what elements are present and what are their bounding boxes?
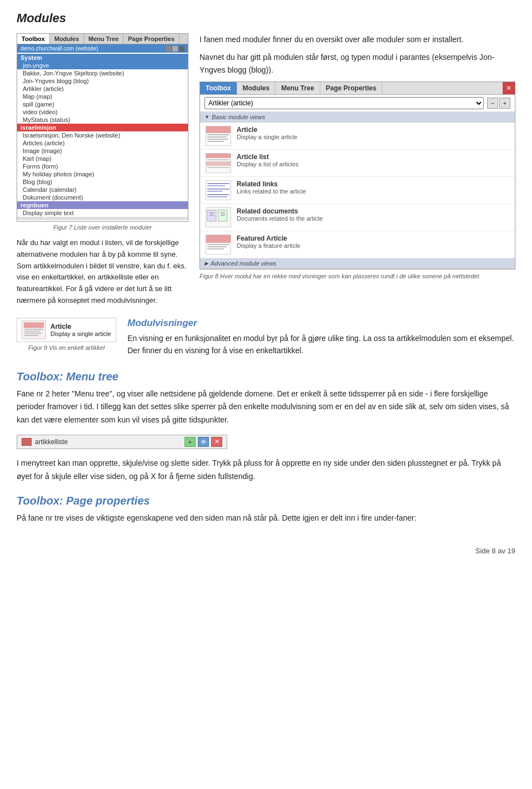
page-footer: Side 8 av 19 — [17, 547, 515, 555]
module-item-article-list[interactable]: Article list Display a list of articles — [200, 150, 515, 177]
article-list-icon — [206, 153, 231, 173]
tree-item-image[interactable]: Image (image) — [17, 147, 188, 155]
module-article-list-name: Article list — [237, 153, 509, 161]
page-properties-section: Toolbox: Page properties På fane nr tre … — [17, 495, 515, 525]
module-related-links-name: Related links — [237, 180, 509, 188]
related-docs-icon — [206, 207, 231, 227]
toolbox2-header: Artikler (article) − + — [200, 95, 515, 112]
svg-rect-27 — [24, 331, 40, 332]
svg-rect-7 — [206, 161, 231, 166]
module-related-docs-name: Related documents — [237, 207, 509, 215]
tree-item-blog2[interactable]: Blog (blog) — [17, 178, 188, 186]
svg-rect-4 — [207, 141, 224, 142]
demo-label: demo.churchwall.com (website) — [21, 45, 98, 52]
module-item-article[interactable]: Article Display a single article — [200, 123, 515, 150]
toolbox-tree: System jon-yngve Bakke, Jon-Yngve Skjelt… — [17, 53, 188, 221]
tree-item-articles[interactable]: Articles (article) — [17, 139, 188, 147]
fig7-caption: Figur 7 Liste over installerte moduler — [17, 224, 188, 231]
tree-item-dokument[interactable]: Dokument (document) — [17, 194, 188, 201]
tree-item-holiday[interactable]: My holiday photos (image) — [17, 170, 188, 178]
tree-item-jonyngve[interactable]: jon-yngve — [17, 62, 188, 69]
tree-item-mystatus[interactable]: MyStatus (status) — [17, 116, 188, 124]
artikler-select[interactable]: Artikler (article) — [204, 97, 484, 109]
tree-item-forms[interactable]: Forms (form) — [17, 162, 188, 170]
tab2-page-properties[interactable]: Page Properties — [320, 82, 382, 94]
tree-item-calendar[interactable]: Calendar (calendar) — [17, 186, 188, 194]
modulvisninger-title: Modulvisninger — [127, 318, 515, 329]
tree-item-video[interactable]: video (video) — [17, 108, 188, 116]
tree-item-blog[interactable]: Jon-Yngves blogg (blog) — [17, 77, 188, 85]
toolbox2-tabs: Toolbox Modules Menu Tree Page Propertie… — [200, 82, 515, 95]
svg-rect-8 — [207, 167, 229, 168]
svg-rect-26 — [24, 329, 43, 330]
basic-module-views-label: Basic module views — [200, 112, 515, 123]
article-figure-title: Article — [50, 323, 111, 330]
module-article-list-info: Article list Display a list of articles — [237, 153, 509, 167]
module-item-featured[interactable]: Featured Article Display a feature artic… — [200, 231, 515, 258]
tab2-modules[interactable]: Modules — [237, 82, 276, 94]
svg-rect-9 — [207, 183, 229, 184]
mid-section: Article Display a single article Figur 9… — [17, 318, 515, 357]
intro-para2: Navnet du har gitt på modulen står først… — [200, 51, 515, 76]
module-article-desc: Display a single article — [237, 134, 509, 140]
module-article-info: Article Display a single article — [237, 126, 509, 140]
tab2-menu-tree[interactable]: Menu Tree — [275, 82, 320, 94]
module-item-related-links[interactable]: Related links Links related to the artic… — [200, 177, 515, 204]
article-figure-info: Article Display a single article — [50, 323, 111, 337]
tree-item-map[interactable]: Map (map) — [17, 93, 188, 100]
toolbox2-widget: Toolbox Modules Menu Tree Page Propertie… — [200, 82, 515, 269]
tab2-toolbox[interactable]: Toolbox — [200, 82, 237, 94]
page-heading: Modules — [17, 11, 515, 26]
svg-rect-28 — [24, 333, 42, 334]
svg-rect-13 — [207, 194, 229, 195]
svg-rect-14 — [207, 196, 227, 197]
tree-item-display-simple[interactable]: Display simple text — [17, 209, 188, 217]
artikkelliste-btn-plus[interactable]: + — [185, 437, 196, 447]
module-item-related-docs[interactable]: Related documents Documents related to t… — [200, 204, 515, 231]
svg-rect-22 — [207, 244, 229, 245]
related-links-icon — [206, 180, 231, 200]
fig9-caption: Figur 9 Vis en enkelt artikkel — [17, 344, 116, 351]
artikkelliste-label: artikkelliste — [35, 438, 179, 446]
svg-rect-21 — [206, 235, 231, 243]
fig8-caption: Figur 8 Hver modul har en rekke med visn… — [200, 273, 515, 279]
tree-item-israelsmisjon[interactable]: Israelsmisjon, Den Norske (website) — [17, 131, 188, 139]
svg-rect-16 — [209, 212, 214, 213]
tab-modules-left[interactable]: Modules — [50, 34, 84, 44]
artikkelliste-bar: artikkelliste + 👁 ✕ — [17, 435, 227, 449]
tree-spacer — [17, 217, 188, 220]
tab-toolbox-left[interactable]: Toolbox — [17, 34, 50, 44]
btn-minus[interactable]: − — [487, 98, 498, 109]
menu-tree-para1: Fane nr 2 heter "Menu tree", og viser al… — [17, 388, 515, 427]
artikkelliste-btn-eye[interactable]: 👁 — [198, 437, 209, 447]
israelmisjon-section: israelmisjon — [17, 124, 188, 131]
article-icon — [206, 126, 231, 146]
tab-menu-tree-left[interactable]: Menu Tree — [84, 34, 124, 44]
module-related-docs-info: Related documents Documents related to t… — [237, 207, 509, 222]
svg-rect-0 — [206, 126, 231, 133]
toolbox2-close-btn[interactable]: ✕ — [503, 82, 515, 94]
tree-item-artikler[interactable]: Artikler (article) — [17, 85, 188, 93]
module-related-links-desc: Links related to the article — [237, 188, 509, 195]
svg-rect-10 — [207, 185, 225, 186]
module-featured-info: Featured Article Display a feature artic… — [237, 235, 509, 249]
tab-page-properties-left[interactable]: Page Properties — [124, 34, 180, 44]
tree-item-spill[interactable]: spill (game) — [17, 100, 188, 108]
window-controls — [166, 46, 185, 52]
mid-right: Modulvisninger En visning er en funksjon… — [127, 318, 515, 357]
artikkelliste-btn-x[interactable]: ✕ — [211, 437, 222, 447]
left-paragraph: Når du har valgt en modul i listen, vil … — [17, 237, 188, 307]
svg-rect-12 — [207, 191, 223, 192]
tree-item-kart[interactable]: Kart (map) — [17, 155, 188, 162]
artikkelliste-icon — [22, 438, 32, 446]
module-featured-desc: Display a feature article — [237, 242, 509, 249]
module-related-docs-desc: Documents related to the article — [237, 215, 509, 222]
system-section: System — [17, 54, 188, 62]
module-article-list-desc: Display a list of articles — [237, 161, 509, 167]
menu-tree-section: Toolbox: Menu tree Fane nr 2 heter "Menu… — [17, 370, 515, 483]
article-figure: Article Display a single article — [17, 318, 116, 342]
tree-item-bakke[interactable]: Bakke, Jon-Yngve Skjeltorp (website) — [17, 69, 188, 77]
svg-rect-23 — [207, 246, 227, 247]
intro-text: I fanen med moduler finner du en oversik… — [200, 33, 515, 76]
btn-plus2[interactable]: + — [499, 98, 510, 109]
